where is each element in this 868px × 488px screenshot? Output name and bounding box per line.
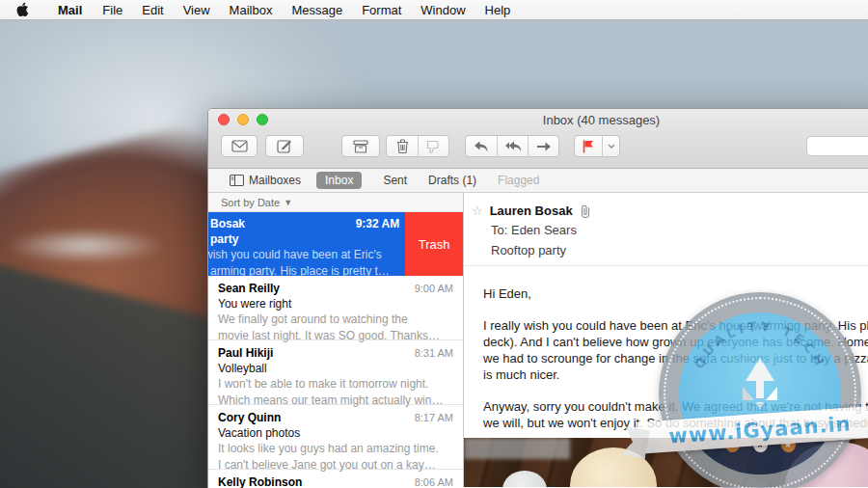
reply-all-arrow-icon <box>504 141 522 152</box>
flag-menu-button[interactable] <box>602 136 619 156</box>
reply-all-button[interactable] <box>497 136 528 156</box>
flag-button[interactable] <box>575 136 602 156</box>
message-row[interactable]: Cory Quinn 8:17 AM Vacation photos It lo… <box>208 405 463 470</box>
message-row-selected-swiped[interactable]: Bosak 9:32 AM party wish you could have … <box>208 212 463 276</box>
flag-group <box>574 135 620 157</box>
window-content: Sort by Date ▼ Bosak 9:32 AM party wish … <box>208 193 868 487</box>
favorites-bar: Mailboxes Inbox Sent Drafts (1) Flagged <box>208 169 868 193</box>
apple-menu-icon[interactable] <box>14 2 30 17</box>
swipe-trash-button[interactable]: Trash <box>405 212 463 276</box>
photo-sky <box>464 438 570 459</box>
forward-arrow-icon <box>536 142 552 151</box>
detail-sender: Lauren Bosak <box>490 203 573 218</box>
message-subject-fragment: party <box>210 232 399 246</box>
to-label: To: <box>491 223 507 237</box>
paperclip-icon <box>580 204 591 218</box>
menu-item-window[interactable]: Window <box>411 0 475 20</box>
body-line: we had to scrounge for change in the sof… <box>483 350 868 366</box>
delete-button[interactable] <box>387 136 418 156</box>
body-line: deck). And I can't believe how grown up … <box>483 334 868 350</box>
menu-item-edit[interactable]: Edit <box>132 0 173 20</box>
get-mail-button[interactable] <box>221 135 258 157</box>
message-list: Sort by Date ▼ Bosak 9:32 AM party wish … <box>208 193 464 487</box>
message-preview-line: We finally got around to watching the <box>218 312 453 327</box>
attachment-photo[interactable] <box>464 438 868 487</box>
compose-button[interactable] <box>265 135 304 157</box>
sort-bar[interactable]: Sort by Date ▼ <box>208 193 463 212</box>
body-line: we will, but we won't enjoy it. So do so… <box>483 415 868 431</box>
chevron-down-icon <box>608 144 615 149</box>
mailboxes-sidebar-icon <box>230 175 244 186</box>
window-title: Inbox (40 messages) <box>498 113 705 127</box>
forward-button[interactable] <box>528 136 558 156</box>
sort-label: Sort by Date <box>221 197 280 208</box>
message-time: 9:00 AM <box>415 283 453 294</box>
message-time: 8:06 AM <box>415 476 453 488</box>
message-subject: You were right <box>218 297 453 311</box>
message-sender: Sean Reilly <box>218 282 280 295</box>
message-row[interactable]: Kelly Robinson 8:06 AM Lost and found <box>208 470 463 488</box>
close-button[interactable] <box>218 114 230 125</box>
menu-item-view[interactable]: View <box>174 0 220 20</box>
menu-item-mailbox[interactable]: Mailbox <box>220 0 283 20</box>
search-field[interactable] <box>806 136 868 156</box>
trash-icon <box>396 139 409 153</box>
menu-item-help[interactable]: Help <box>475 0 521 20</box>
tab-flagged[interactable]: Flagged <box>498 174 539 187</box>
body-line: Anyway, sorry you couldn't make it. We a… <box>483 398 868 415</box>
message-header: ☆ Lauren Bosak To: Eden Sears Rooftop pa… <box>464 193 868 266</box>
reply-arrow-icon <box>474 141 489 152</box>
mailboxes-toggle[interactable]: Mailboxes <box>230 174 301 187</box>
message-row[interactable]: Paul Hikiji 8:31 AM Volleyball I won't b… <box>208 340 463 405</box>
archive-button[interactable] <box>341 135 380 157</box>
junk-button[interactable] <box>418 136 448 156</box>
menu-item-mail[interactable]: Mail <box>47 0 93 20</box>
thumbs-down-icon <box>426 140 441 153</box>
tab-inbox[interactable]: Inbox <box>316 172 362 189</box>
wallpaper-snow-patch <box>0 222 212 270</box>
mail-window: Inbox (40 messages) <box>207 108 868 488</box>
message-subject: Vacation photos <box>218 426 453 440</box>
message-subject: Volleyball <box>218 362 453 375</box>
title-bar[interactable]: Inbox (40 messages) <box>208 109 868 130</box>
selected-message-cell[interactable]: Bosak 9:32 AM party wish you could have … <box>208 212 405 276</box>
menu-item-format[interactable]: Format <box>352 0 411 20</box>
compose-icon <box>277 139 292 153</box>
envelope-icon <box>231 140 248 152</box>
minimize-button[interactable] <box>237 114 249 125</box>
to-line: To: Eden Sears <box>491 223 868 237</box>
body-line: I really wish you could have been at Eri… <box>483 317 868 334</box>
reply-button[interactable] <box>466 136 497 156</box>
message-row[interactable]: Sean Reilly 9:00 AM You were right We fi… <box>208 276 463 340</box>
photo-lantern <box>785 442 868 487</box>
mailboxes-label: Mailboxes <box>249 174 301 187</box>
message-preview-line: arming party. His place is pretty t… <box>210 264 399 276</box>
body-line: is much nicer. <box>483 366 868 383</box>
message-sender: Paul Hikiji <box>218 346 273 360</box>
reply-group <box>465 135 559 157</box>
message-sender: Kelly Robinson <box>218 475 302 488</box>
menu-item-file[interactable]: File <box>93 0 132 20</box>
sort-chevron-icon: ▼ <box>284 198 292 207</box>
zoom-button[interactable] <box>257 114 268 125</box>
tab-drafts[interactable]: Drafts (1) <box>428 174 476 187</box>
detail-subject: Rooftop party <box>491 243 868 258</box>
trash-junk-group <box>386 135 449 157</box>
message-sender: Cory Quinn <box>218 411 281 424</box>
message-detail: ☆ Lauren Bosak To: Eden Sears Rooftop pa… <box>464 193 868 487</box>
flag-icon <box>583 140 594 153</box>
menu-item-message[interactable]: Message <box>282 0 352 20</box>
toolbar <box>208 130 868 169</box>
to-recipient[interactable]: Eden Sears <box>511 223 577 237</box>
message-sender-fragment: Bosak <box>210 217 245 230</box>
body-greeting: Hi Eden, <box>483 285 868 302</box>
menu-bar: Mail File Edit View Mailbox Message Form… <box>0 0 868 20</box>
photo-lantern <box>502 471 547 487</box>
message-time: 8:31 AM <box>415 347 453 359</box>
traffic-lights <box>218 114 268 125</box>
message-preview-line: I won't be able to make it tomorrow nigh… <box>218 377 453 392</box>
archive-icon <box>353 140 368 153</box>
message-preview-line: wish you could have been at Eric's <box>210 248 399 262</box>
star-icon[interactable]: ☆ <box>472 203 483 218</box>
tab-sent[interactable]: Sent <box>383 174 407 187</box>
